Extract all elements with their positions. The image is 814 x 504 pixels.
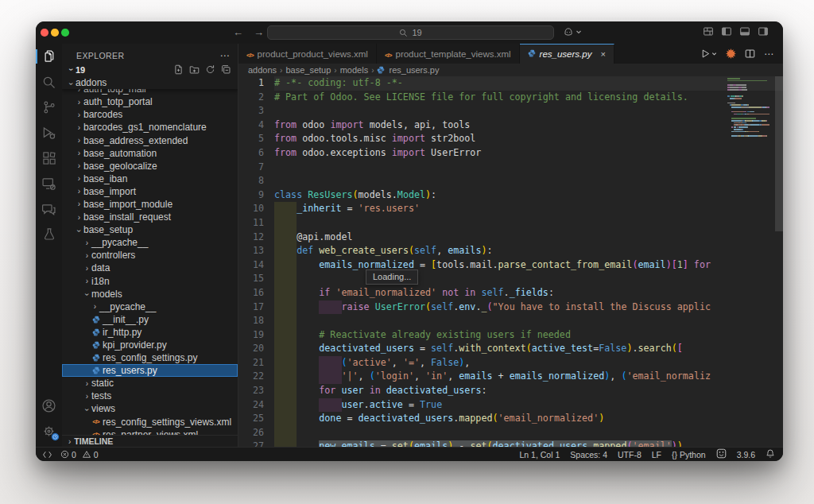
python-file-icon xyxy=(91,354,101,362)
command-center-search[interactable]: 19 xyxy=(267,25,554,40)
tree-item-models[interactable]: ›models xyxy=(62,288,238,300)
minimap[interactable] xyxy=(727,78,773,138)
tree-item-res_users.py[interactable]: res_users.py xyxy=(62,364,238,377)
tree-item-base_import_module[interactable]: ›base_import_module xyxy=(62,198,238,211)
tab-res_users.py[interactable]: res_users.py× xyxy=(520,44,614,64)
minimize-button[interactable] xyxy=(51,29,59,37)
nav-forward-icon[interactable]: → xyxy=(254,26,264,39)
feedback-smiley-icon[interactable] xyxy=(716,448,727,460)
code-line-24: 24 user.active = True xyxy=(238,398,783,413)
sidebar-title: EXPLORER xyxy=(76,51,124,60)
tree-item-data[interactable]: ›data xyxy=(62,262,238,274)
close-button[interactable] xyxy=(41,29,48,37)
remote-indicator-icon[interactable] xyxy=(42,450,52,459)
collapse-all-icon[interactable] xyxy=(221,64,231,75)
customize-layout-icon[interactable] xyxy=(703,26,714,37)
status-python-version[interactable]: 3.9.6 xyxy=(737,450,755,459)
editor-more-actions-icon[interactable]: ⋯ xyxy=(764,48,773,60)
tree-item-res_partner_views.xml[interactable]: </>res_partner_views.xml xyxy=(62,428,238,435)
tree-item-addons[interactable]: ›addons xyxy=(62,76,238,89)
code-line-16: 16 if 'email_normalized' not in self._fi… xyxy=(238,286,783,300)
tree-item-barcodes[interactable]: ›barcodes xyxy=(62,108,238,121)
tree-item-controllers[interactable]: ›controllers xyxy=(62,249,238,262)
breadcrumb-base_setup[interactable]: base_setup xyxy=(285,65,331,75)
copilot-icon xyxy=(563,26,574,37)
tree-item-views[interactable]: ›views xyxy=(62,402,238,415)
breadcrumb-models[interactable]: models xyxy=(340,65,368,75)
tree-item-res_config_settings_views.xml[interactable]: </>res_config_settings_views.xml xyxy=(62,416,238,428)
code-line-3: 3 xyxy=(238,104,783,118)
new-file-icon[interactable] xyxy=(173,64,184,75)
activitybar-source-control[interactable] xyxy=(36,95,62,120)
tree-item-base_install_request[interactable]: ›base_install_request xyxy=(62,211,238,223)
timeline-section[interactable]: › TIMELINE xyxy=(62,435,238,447)
formatter-extension-icon[interactable] xyxy=(726,48,736,59)
activitybar-explorer[interactable] xyxy=(36,44,62,69)
tree-item-kpi_provider.py[interactable]: kpi_provider.py xyxy=(62,339,238,351)
xml-file-icon: </> xyxy=(91,418,101,425)
code-editor[interactable]: 1# -*- coding: utf-8 -*-2# Part of Odoo.… xyxy=(238,76,783,447)
refresh-icon[interactable] xyxy=(205,64,215,75)
file-tree: ›addons›auth_totp_mail›auth_totp_portal›… xyxy=(62,76,238,435)
code-line-11: 11 xyxy=(238,216,783,231)
vscode-window: ← → 19 xyxy=(36,21,783,461)
editor-scrollbar[interactable] xyxy=(775,76,783,231)
errors-warnings[interactable]: 0 0 xyxy=(60,450,99,459)
tree-item-base_import[interactable]: ›base_import xyxy=(62,185,238,198)
activitybar-test-explorer[interactable] xyxy=(36,222,62,247)
tree-item-base_automation[interactable]: ›base_automation xyxy=(62,147,238,160)
tree-item-static[interactable]: ›static xyxy=(62,377,238,390)
explorer-icon xyxy=(41,48,57,65)
explorer-more-icon[interactable]: ⋯ xyxy=(220,50,230,61)
status-eol[interactable]: LF xyxy=(652,450,661,459)
tab-product_product_views.xml[interactable]: </>product_product_views.xml xyxy=(238,44,377,64)
code-line-12: 12 @api.model xyxy=(238,231,783,245)
breadcrumbs[interactable]: addons›base_setup›models›res_users.py xyxy=(238,64,783,76)
tree-item-i18n[interactable]: ›i18n xyxy=(62,275,238,288)
tree-item-tests[interactable]: ›tests xyxy=(62,390,238,402)
breadcrumb-res_users.py[interactable]: res_users.py xyxy=(389,65,439,75)
zoom-button[interactable] xyxy=(61,29,69,37)
tree-item-ir_http.py[interactable]: ir_http.py xyxy=(62,326,238,339)
status-indentation[interactable]: Spaces: 4 xyxy=(570,450,607,459)
toggle-primary-sidebar-icon[interactable] xyxy=(721,26,732,37)
tree-item-base_geolocalize[interactable]: ›base_geolocalize xyxy=(62,160,238,173)
breadcrumb-addons[interactable]: addons xyxy=(248,65,277,75)
tree-item-base_iban[interactable]: ›base_iban xyxy=(62,173,238,185)
notifications-bell-icon[interactable] xyxy=(766,448,775,460)
activitybar-run-debug[interactable] xyxy=(36,120,62,145)
nav-back-icon[interactable]: ← xyxy=(233,26,243,39)
tree-item-base_address_extended[interactable]: ›base_address_extended xyxy=(62,134,238,146)
code-line-1: 1# -*- coding: utf-8 -*- xyxy=(238,76,783,91)
tree-item-res_config_settings.py[interactable]: res_config_settings.py xyxy=(62,351,238,364)
workspace-section[interactable]: › 19 xyxy=(62,63,238,76)
tree-item-barcodes_gs1_nomenclature[interactable]: ›barcodes_gs1_nomenclature xyxy=(62,121,238,134)
copilot-menu[interactable] xyxy=(563,26,582,37)
tab-product_template_views.xml[interactable]: </>product_template_views.xml xyxy=(377,44,520,64)
search-icon xyxy=(399,29,408,37)
status-encoding[interactable]: UTF-8 xyxy=(618,450,642,459)
settings-button[interactable] xyxy=(36,418,62,444)
activitybar-chat[interactable] xyxy=(36,196,62,222)
chevron-down-icon xyxy=(576,29,582,35)
toggle-panel-icon[interactable] xyxy=(739,26,750,37)
tree-item-base_setup[interactable]: ›base_setup xyxy=(62,223,238,236)
tree-item-auth_totp_portal[interactable]: ›auth_totp_portal xyxy=(62,95,238,108)
tree-item-__pycache__[interactable]: ›__pycache__ xyxy=(62,300,238,313)
status-cursor-position[interactable]: Ln 1, Col 1 xyxy=(520,450,560,459)
run-python-file-button[interactable] xyxy=(700,48,717,59)
code-line-10: 10 _inherit = 'res.users' xyxy=(238,202,783,216)
close-tab-icon[interactable]: × xyxy=(600,49,605,59)
activitybar-extensions[interactable] xyxy=(36,145,62,171)
accounts-button[interactable] xyxy=(36,393,62,418)
tree-item-__pycache__[interactable]: ›__pycache__ xyxy=(62,236,238,249)
remote-explorer-icon xyxy=(41,176,57,192)
status-language[interactable]: {} Python xyxy=(672,450,706,459)
toggle-secondary-sidebar-icon[interactable] xyxy=(758,26,769,37)
activitybar-search[interactable] xyxy=(36,69,62,95)
split-editor-icon[interactable] xyxy=(745,48,755,59)
activitybar-remote-explorer[interactable] xyxy=(36,171,62,196)
code-line-9: 9class ResUsers(models.Model): xyxy=(238,188,783,203)
tree-item-__init__.py[interactable]: __init__.py xyxy=(62,313,238,326)
new-folder-icon[interactable] xyxy=(189,64,200,75)
